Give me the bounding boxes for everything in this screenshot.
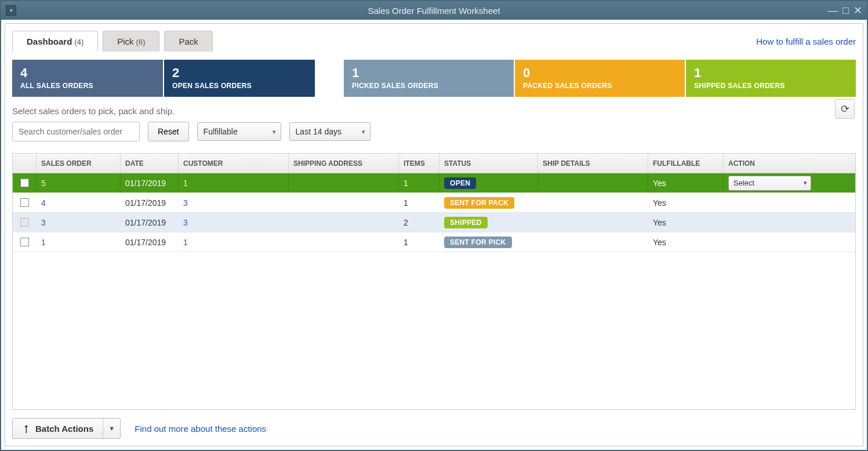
window-title: Sales Order Fulfillment Worksheet <box>368 6 500 16</box>
status-badge: SHIPPED <box>444 217 488 228</box>
card-open-sales-orders[interactable]: 2 OPEN SALES ORDERS <box>164 60 315 97</box>
cell-date: 01/17/2019 <box>120 232 178 252</box>
customer-link[interactable]: 1 <box>183 179 188 188</box>
card-label: PACKED SALES ORDERS <box>523 82 677 90</box>
cell-action <box>723 232 816 252</box>
status-badge: OPEN <box>444 177 476 189</box>
cell-date: 01/17/2019 <box>120 213 178 232</box>
customer-link[interactable]: 3 <box>183 198 188 208</box>
select-value: Fulfillable <box>204 127 238 136</box>
row-checkbox[interactable] <box>20 198 29 207</box>
close-icon[interactable]: ✕ <box>854 5 862 16</box>
cell-items: 2 <box>398 213 439 232</box>
card-count: 2 <box>172 66 307 81</box>
sales-order-link[interactable]: 3 <box>41 218 46 227</box>
card-count: 1 <box>694 66 848 81</box>
card-packed-sales-orders[interactable]: 0 PACKED SALES ORDERS <box>515 60 685 97</box>
tab-count: (4) <box>74 38 83 46</box>
row-checkbox <box>20 218 29 227</box>
table-row[interactable]: 1 01/17/2019 1 1 SENT FOR PICK Yes <box>13 232 855 252</box>
tab-dashboard[interactable]: Dashboard (4) <box>12 31 98 52</box>
summary-cards: 4 ALL SALES ORDERS 2 OPEN SALES ORDERS 1… <box>12 60 856 97</box>
refresh-button[interactable]: ⟳ <box>835 99 855 119</box>
card-count: 0 <box>523 66 677 81</box>
col-checkbox <box>13 154 36 173</box>
col-ship-details[interactable]: SHIP DETAILS <box>537 154 648 173</box>
table-row[interactable]: 5 01/17/2019 1 1 OPEN Yes Select <box>13 173 855 193</box>
cell-date: 01/17/2019 <box>120 173 178 192</box>
help-link[interactable]: How to fulfill a sales order <box>756 37 856 46</box>
col-customer[interactable]: CUSTOMER <box>178 154 288 173</box>
batch-actions-dropdown[interactable]: ▼ <box>103 419 120 438</box>
sales-orders-table: SALES ORDER DATE CUSTOMER SHIPPING ADDRE… <box>12 153 856 410</box>
system-menu-icon[interactable]: ▾ <box>6 5 16 16</box>
sales-order-link[interactable]: 4 <box>41 198 46 208</box>
status-badge: SENT FOR PICK <box>444 237 512 248</box>
table-row[interactable]: 4 01/17/2019 3 1 SENT FOR PACK Yes <box>13 193 855 213</box>
content-area: Dashboard (4) Pick (6) Pack How to fulfi… <box>5 23 863 446</box>
cell-ship-details <box>537 173 648 192</box>
col-sales-order[interactable]: SALES ORDER <box>36 154 120 173</box>
fulfillable-filter-select[interactable]: Fulfillable <box>197 122 281 141</box>
cell-action <box>723 213 816 232</box>
cell-fulfillable: Yes <box>648 173 723 192</box>
maximize-icon[interactable]: □ <box>842 5 849 16</box>
minimize-icon[interactable]: — <box>827 5 838 16</box>
table-header: SALES ORDER DATE CUSTOMER SHIPPING ADDRE… <box>13 154 855 173</box>
col-action[interactable]: ACTION <box>723 154 816 173</box>
tab-label: Dashboard <box>27 37 72 46</box>
reset-button[interactable]: Reset <box>148 122 189 141</box>
footer: ⭡ Batch Actions ▼ Find out more about th… <box>12 410 856 439</box>
card-label: SHIPPED SALES ORDERS <box>694 82 848 90</box>
action-select[interactable]: Select <box>728 176 811 191</box>
tab-label: Pick <box>117 37 133 46</box>
filter-bar: Reset Fulfillable Last 14 days <box>12 122 856 141</box>
cell-date: 01/17/2019 <box>120 193 178 212</box>
cell-shipping-address <box>288 213 398 232</box>
col-status[interactable]: STATUS <box>439 154 537 173</box>
search-input[interactable] <box>12 122 140 141</box>
cell-ship-details <box>537 232 648 252</box>
titlebar: ▾ Sales Order Fulfillment Worksheet — □ … <box>1 1 867 20</box>
date-range-select[interactable]: Last 14 days <box>289 122 371 141</box>
sales-order-link[interactable]: 1 <box>41 238 46 247</box>
col-fulfillable[interactable]: FULFILLABLE <box>648 154 723 173</box>
row-checkbox[interactable] <box>20 238 29 246</box>
card-all-sales-orders[interactable]: 4 ALL SALES ORDERS <box>12 60 163 97</box>
row-checkbox[interactable] <box>20 179 29 187</box>
card-count: 4 <box>20 66 155 81</box>
cell-fulfillable: Yes <box>648 232 723 252</box>
col-shipping-address[interactable]: SHIPPING ADDRESS <box>288 154 398 173</box>
select-value: Last 14 days <box>296 127 342 136</box>
refresh-icon: ⟳ <box>841 103 849 115</box>
customer-link[interactable]: 3 <box>183 218 188 227</box>
tabs: Dashboard (4) Pick (6) Pack How to fulfi… <box>12 31 856 52</box>
cell-shipping-address <box>288 193 398 212</box>
window-controls: — □ ✕ <box>827 5 862 16</box>
batch-label: Batch Actions <box>35 424 93 434</box>
col-date[interactable]: DATE <box>120 154 178 173</box>
cell-ship-details <box>537 213 648 232</box>
instructions-text: Select sales orders to pick, pack and sh… <box>12 106 856 116</box>
app-window: ▾ Sales Order Fulfillment Worksheet — □ … <box>0 0 868 451</box>
customer-link[interactable]: 1 <box>183 238 188 247</box>
cell-items: 1 <box>398 173 439 192</box>
cell-action <box>723 193 816 212</box>
cell-shipping-address <box>288 173 398 192</box>
tab-count: (6) <box>136 38 146 46</box>
card-shipped-sales-orders[interactable]: 1 SHIPPED SALES ORDERS <box>686 60 856 97</box>
card-count: 1 <box>352 66 506 81</box>
card-picked-sales-orders[interactable]: 1 PICKED SALES ORDERS <box>344 60 514 97</box>
cell-ship-details <box>537 193 648 212</box>
sales-order-link[interactable]: 5 <box>41 179 46 188</box>
batch-actions-button[interactable]: ⭡ Batch Actions ▼ <box>12 418 121 439</box>
cell-items: 1 <box>398 193 439 212</box>
upload-icon: ⭡ <box>22 424 31 434</box>
col-items[interactable]: ITEMS <box>398 154 439 173</box>
status-badge: SENT FOR PACK <box>444 197 514 209</box>
cell-shipping-address <box>288 232 398 252</box>
table-row[interactable]: 3 01/17/2019 3 2 SHIPPED Yes <box>13 213 855 232</box>
tab-pack[interactable]: Pack <box>164 31 212 52</box>
tab-pick[interactable]: Pick (6) <box>103 31 159 52</box>
footer-info-link[interactable]: Find out more about these actions <box>135 424 266 434</box>
